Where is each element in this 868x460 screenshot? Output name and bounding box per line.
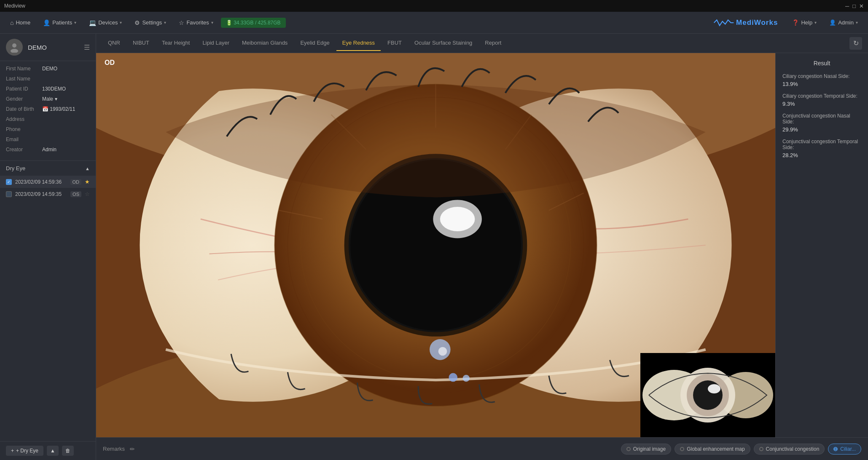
result-item-4: Conjunctival congestion Temporal Side: 2… — [782, 139, 861, 158]
tab-eyelid-edge[interactable]: Eyelid Edge — [294, 35, 335, 51]
result-value-1: 13.9% — [782, 81, 861, 87]
help-caret: ▾ — [814, 20, 817, 25]
settings-caret: ▾ — [164, 20, 166, 25]
last-name-row: Last Name — [0, 74, 96, 84]
tab-bar: QNR NIBUT Tear Height Lipid Layer Meibom… — [96, 34, 868, 53]
logo: MediWorks — [713, 18, 778, 28]
edit-icon[interactable]: ✏ — [130, 446, 135, 452]
result-label-4: Conjunctival congestion Temporal Side: — [782, 139, 861, 150]
address-row: Address — [0, 114, 96, 124]
svg-point-0 — [12, 43, 16, 48]
admin-icon: 👤 — [829, 19, 836, 26]
exam-star-2[interactable]: ☆ — [85, 191, 90, 197]
patients-caret: ▾ — [74, 20, 76, 25]
creator-row: Creator Admin — [0, 144, 96, 155]
plus-icon: + — [11, 448, 14, 454]
radio-original — [626, 447, 631, 451]
svg-point-32 — [708, 384, 720, 393]
favorites-icon: ☆ — [179, 19, 184, 26]
dry-eye-section: Dry Eye ▲ 2023/02/09 14:59:36 OD ★ 2023/… — [0, 160, 96, 200]
svg-point-24 — [449, 373, 457, 382]
result-item-3: Conjunctival congestion Nasal Side: 29.9… — [782, 113, 861, 133]
radio-global — [680, 447, 684, 451]
help-icon: ❓ — [792, 19, 799, 26]
radio-conjunctival — [759, 447, 763, 451]
result-item-2: Ciliary congestion Temporal Side: 9.3% — [782, 93, 861, 107]
exam-item-2[interactable]: 2023/02/09 14:59:35 OS ☆ — [0, 188, 96, 200]
nav-help[interactable]: ❓ Help ▾ — [787, 17, 822, 28]
nav-patients[interactable]: 👤 Patients ▾ — [38, 17, 81, 29]
exam-checkbox-2[interactable] — [6, 191, 12, 197]
tab-ocular-surface-staining[interactable]: Ocular Surface Staining — [408, 35, 478, 51]
logo-text: MediWorks — [736, 19, 778, 27]
exam-item-1[interactable]: 2023/02/09 14:59:36 OD ★ — [0, 176, 96, 188]
remarks-label: Remarks — [103, 446, 125, 452]
devices-caret: ▾ — [120, 20, 122, 25]
result-value-3: 29.9% — [782, 126, 861, 133]
tab-fbut[interactable]: FBUT — [382, 35, 408, 51]
patients-icon: 👤 — [43, 19, 50, 26]
up-btn[interactable]: ▲ — [47, 446, 59, 456]
title-bar: Mediview ─ □ ✕ — [0, 0, 868, 12]
nav-settings[interactable]: ⚙ Settings ▾ — [129, 17, 171, 29]
svg-point-25 — [463, 375, 470, 382]
tab-nibut[interactable]: NIBUT — [127, 35, 155, 51]
mode-conjunctival-btn[interactable]: Conjunctival congestion — [754, 444, 825, 455]
gender-row: Gender Male ▾ — [0, 94, 96, 104]
result-label-3: Conjunctival congestion Nasal Side: — [782, 113, 861, 125]
mode-ciliary-btn[interactable]: Ciliar... — [828, 444, 861, 455]
devices-icon: 💻 — [89, 19, 96, 26]
refresh-icon: ↻ — [853, 39, 859, 47]
dob-row: Date of Birth 📅 1993/02/11 — [0, 104, 96, 114]
delete-btn[interactable]: 🗑 — [62, 446, 74, 456]
storage-icon: 🔋 — [226, 20, 234, 26]
app-title: Mediview — [4, 3, 25, 9]
svg-point-21 — [440, 207, 475, 231]
mode-original-btn[interactable]: Original image — [621, 444, 671, 455]
mode-global-btn[interactable]: Global enhancement map — [675, 444, 750, 455]
svg-point-1 — [11, 49, 18, 53]
tab-report[interactable]: Report — [479, 35, 507, 51]
window-controls[interactable]: ─ □ ✕ — [845, 3, 864, 9]
tab-meibomian-glands[interactable]: Meibomian Glands — [236, 35, 293, 51]
nav-devices[interactable]: 💻 Devices ▾ — [84, 17, 127, 29]
logo-svg — [713, 18, 734, 28]
nav-favorites[interactable]: ☆ Favorites ▾ — [174, 17, 218, 29]
exam-star-1[interactable]: ★ — [85, 179, 90, 185]
add-dry-eye-btn[interactable]: + + Dry Eye — [6, 446, 43, 456]
refresh-btn[interactable]: ↻ — [849, 37, 862, 50]
exam-datetime-1: 2023/02/09 14:59:36 — [15, 179, 67, 185]
nav-admin[interactable]: 👤 Admin ▾ — [824, 17, 863, 28]
svg-point-23 — [438, 347, 447, 356]
minimize-btn[interactable]: ─ — [845, 3, 849, 9]
close-btn[interactable]: ✕ — [859, 3, 864, 9]
exam-eye-2: OS — [70, 191, 81, 197]
tab-eye-redness[interactable]: Eye Redness — [336, 35, 381, 51]
menu-icon[interactable]: ☰ — [84, 43, 90, 51]
tab-tear-height[interactable]: Tear Height — [156, 35, 196, 51]
nav-home[interactable]: ⌂ Home — [5, 17, 35, 29]
exam-checkbox-1[interactable] — [6, 179, 12, 185]
gender-caret: ▾ — [55, 96, 57, 102]
home-icon: ⌂ — [10, 19, 13, 26]
maximize-btn[interactable]: □ — [852, 3, 856, 9]
nav-right: ❓ Help ▾ 👤 Admin ▾ — [787, 17, 863, 28]
sidebar-header: DEMO ☰ — [0, 34, 96, 61]
sidebar: DEMO ☰ First Name DEMO Last Name Patient… — [0, 34, 96, 460]
gender-select[interactable]: Male ▾ — [42, 96, 57, 102]
patient-id-row: Patient ID 130DEMO — [0, 84, 96, 94]
result-value-2: 9.3% — [782, 101, 861, 107]
image-result-area: OD — [96, 53, 868, 437]
patient-info: First Name DEMO Last Name Patient ID 130… — [0, 61, 96, 157]
email-row: Email — [0, 134, 96, 144]
tab-qnr[interactable]: QNR — [102, 35, 126, 51]
dry-eye-header[interactable]: Dry Eye ▲ — [0, 161, 96, 176]
trash-icon: 🗑 — [65, 448, 70, 454]
tab-lipid-layer[interactable]: Lipid Layer — [196, 35, 235, 51]
result-label-2: Ciliary congestion Temporal Side: — [782, 93, 861, 99]
thumbnail-svg — [640, 353, 775, 437]
favorites-caret: ▾ — [211, 20, 213, 25]
result-value-4: 28.2% — [782, 152, 861, 158]
phone-row: Phone — [0, 124, 96, 134]
result-panel: Result Ciliary congestion Nasal Side: 13… — [775, 53, 868, 437]
